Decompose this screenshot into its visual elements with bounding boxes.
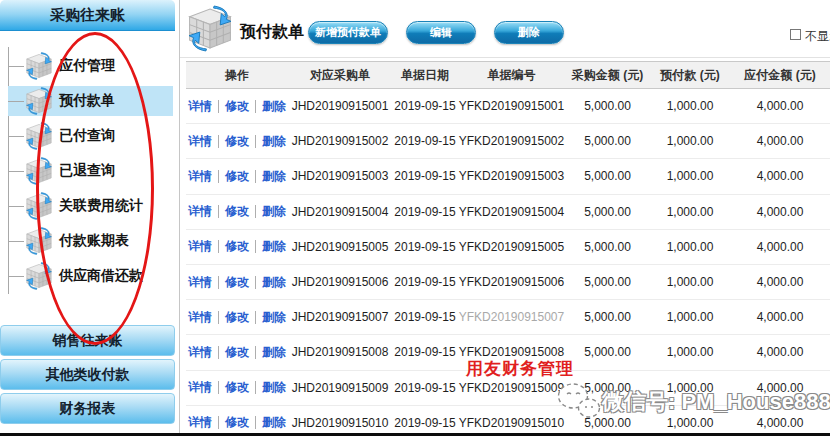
document-date: 2019-09-15 [392,89,458,123]
delete-link[interactable]: 删除 [262,274,286,291]
document-date: 2019-09-15 [392,159,458,193]
detail-link[interactable]: 详情 [188,238,212,255]
table-row[interactable]: 详情修改删除 JHD20190915002 2019-09-15 YFKD201… [186,124,830,159]
cube-icon [185,5,235,52]
document-no: YFKD20190915002 [458,124,565,158]
delete-button[interactable]: 删除 [494,21,564,44]
hide-checkbox[interactable] [790,29,801,40]
row-actions: 详情修改删除 [186,265,288,299]
purchase-order-no: JHD20190915009 [288,371,392,405]
cube-icon [24,262,54,290]
action-separator [218,311,219,324]
modify-link[interactable]: 修改 [225,379,249,396]
sidebar-item[interactable]: 应付管理 [8,51,173,81]
table-row[interactable]: 详情修改删除 JHD20190915006 2019-09-15 YFKD201… [186,265,830,300]
modify-link[interactable]: 修改 [225,168,249,185]
table-row[interactable]: 详情修改删除 JHD20190915001 2019-09-15 YFKD201… [186,89,830,124]
detail-link[interactable]: 详情 [188,168,212,185]
modify-link[interactable]: 修改 [225,238,249,255]
modify-link[interactable]: 修改 [225,344,249,361]
purchase-order-no: JHD20190915008 [288,335,392,369]
detail-link[interactable]: 详情 [188,203,212,220]
purchase-order-no: JHD20190915005 [288,230,392,264]
column-header: 单据日期 [392,62,458,88]
delete-link[interactable]: 删除 [262,238,286,255]
delete-link[interactable]: 删除 [262,344,286,361]
cube-icon [24,87,54,115]
detail-link[interactable]: 详情 [188,133,212,150]
delete-link[interactable]: 删除 [262,414,286,431]
document-date: 2019-09-15 [392,195,458,229]
sidebar-item[interactable]: 已退查询 [8,156,173,186]
cube-icon [24,52,54,80]
action-separator [255,311,256,324]
sidebar-section[interactable]: 财务报表 [0,393,175,424]
payable-amount: 4,000.00 [730,124,830,158]
payable-amount: 4,000.00 [730,89,830,123]
detail-link[interactable]: 详情 [188,344,212,361]
document-no: YFKD20190915006 [458,265,565,299]
detail-link[interactable]: 详情 [188,309,212,326]
sidebar-divider [179,0,180,433]
action-separator [255,100,256,113]
prepaid-amount: 1,000.00 [650,265,730,299]
table-row[interactable]: 详情修改删除 JHD20190915007 2019-09-15 YFKD201… [186,300,830,335]
app-window: 采购往来账 应付管理 预付款单 已付查询 [0,0,830,438]
edit-button[interactable]: 编辑 [406,21,476,44]
sidebar-section[interactable]: 销售往来账 [0,325,175,356]
sidebar-item[interactable]: 关联费用统计 [8,191,173,221]
sidebar-item-label: 付款账期表 [59,232,129,250]
delete-link[interactable]: 删除 [262,203,286,220]
action-separator [218,381,219,394]
column-header: 操作 [186,62,288,88]
modify-link[interactable]: 修改 [225,414,249,431]
purchase-order-no: JHD20190915007 [288,300,392,334]
sidebar-section[interactable]: 其他类收付款 [0,359,175,390]
prepaid-amount: 1,000.00 [650,300,730,334]
cube-icon [24,227,54,255]
purchase-amount: 5,000.00 [565,89,650,123]
sidebar-sections: 销售往来账其他类收付款财务报表 [0,325,175,427]
sidebar-item[interactable]: 付款账期表 [8,226,173,256]
delete-link[interactable]: 删除 [262,133,286,150]
delete-link[interactable]: 删除 [262,168,286,185]
modify-link[interactable]: 修改 [225,309,249,326]
detail-link[interactable]: 详情 [188,414,212,431]
delete-link[interactable]: 删除 [262,379,286,396]
sidebar-item[interactable]: 供应商借还款 [8,261,173,291]
delete-link[interactable]: 删除 [262,309,286,326]
purchase-amount: 5,000.00 [565,300,650,334]
detail-link[interactable]: 详情 [188,379,212,396]
detail-link[interactable]: 详情 [188,274,212,291]
sidebar-item[interactable]: 预付款单 [8,86,173,116]
document-date: 2019-09-15 [392,230,458,264]
table-row[interactable]: 详情修改删除 JHD20190915003 2019-09-15 YFKD201… [186,159,830,194]
add-prepayment-button[interactable]: 新增预付款单 [308,21,388,44]
delete-link[interactable]: 删除 [262,98,286,115]
column-header: 单据编号 [458,62,565,88]
modify-link[interactable]: 修改 [225,98,249,115]
purchase-amount: 5,000.00 [565,159,650,193]
action-separator [218,135,219,148]
row-actions: 详情修改删除 [186,230,288,264]
table-row[interactable]: 详情修改删除 JHD20190915004 2019-09-15 YFKD201… [186,195,830,230]
action-separator [218,205,219,218]
detail-link[interactable]: 详情 [188,98,212,115]
action-separator [218,170,219,183]
row-actions: 详情修改删除 [186,335,288,369]
action-separator [255,346,256,359]
modify-link[interactable]: 修改 [225,203,249,220]
table-row[interactable]: 详情修改删除 JHD20190915005 2019-09-15 YFKD201… [186,230,830,265]
sidebar-item-label: 已退查询 [59,162,115,180]
action-separator [255,135,256,148]
modify-link[interactable]: 修改 [225,133,249,150]
sidebar-item[interactable]: 已付查询 [8,121,173,151]
sidebar-item-label: 已付查询 [59,127,115,145]
hide-checkbox-label: 不显示 [805,28,830,45]
cube-icon [24,122,54,150]
sidebar-item-label: 供应商借还款 [59,267,143,285]
modify-link[interactable]: 修改 [225,274,249,291]
purchase-order-no: JHD20190915006 [288,265,392,299]
sidebar-header-purchase[interactable]: 采购往来账 [0,0,175,31]
row-actions: 详情修改删除 [186,159,288,193]
